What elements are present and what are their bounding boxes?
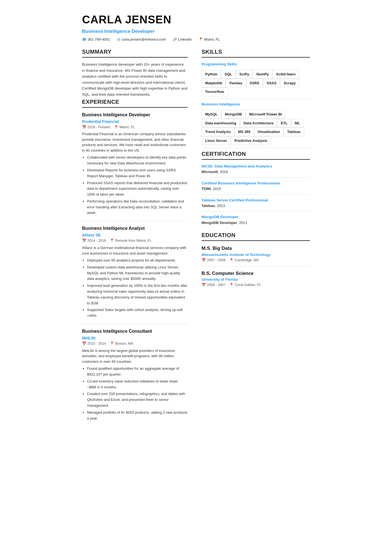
- skill-scrapy: Scrapy: [280, 79, 299, 88]
- skill-python: Python: [202, 70, 221, 79]
- phone-icon: ☎: [82, 37, 86, 42]
- skill-tensorflow: Tensorflow: [202, 87, 228, 96]
- edu-degree-1: M.S. Big Data: [202, 245, 310, 252]
- bullet-item: Co-led inventory value reduction initiat…: [87, 379, 188, 390]
- job-item: Business Intelligence Developer Prudenti…: [82, 112, 188, 221]
- bullet-item: Developed custom data warehouse utilizin…: [87, 265, 188, 282]
- job-item: Business Intelligence Consultant MetLife…: [82, 328, 188, 426]
- certification-title: CERTIFICATION: [202, 150, 310, 160]
- contact-info: ☎ 361-789-4001 @ carla.jensen@enhancv.co…: [82, 37, 310, 42]
- edu-location-1: 📍 Cambridge, MA: [229, 258, 259, 263]
- cert-item: MCSE: Data Management and Analytics Micr…: [202, 164, 310, 178]
- skill-trendanalysis: Trend Analysis: [202, 127, 234, 136]
- linkedin-icon: 🔗: [173, 37, 177, 42]
- edu-school-1: Massachusetts Institute of Technology: [202, 252, 310, 258]
- bullet-item: Produced SSAS reports that delivered fin…: [87, 180, 188, 198]
- skill-numpy: NumPy: [253, 70, 272, 79]
- skill-ssas: SSAS: [263, 79, 280, 88]
- job-bullets-1: Collaborated with senior developers to i…: [82, 155, 188, 216]
- programming-skills-label: Programming Skills: [202, 61, 310, 67]
- cert-title-1: MCSE: Data Management and Analytics: [202, 164, 310, 169]
- job-location-3: 📍 Boston, MA: [110, 341, 133, 346]
- education-section: EDUCATION M.S. Big Data Massachusetts In…: [202, 231, 310, 291]
- skills-title: SKILLS: [202, 48, 310, 58]
- candidate-title: Business Intelligence Developer: [82, 28, 310, 35]
- certification-section: CERTIFICATION MCSE: Data Management and …: [202, 150, 310, 228]
- cert-item: MongoDB Developer MongoDB Developer, 201…: [202, 214, 310, 228]
- skill-ms365: MS 365: [234, 127, 254, 136]
- edu-location-2: 📍 Coral Gables, FL: [229, 282, 261, 288]
- summary-title: SUMMARY: [82, 48, 188, 58]
- cert-meta-1: Microsoft, 2016: [202, 169, 310, 175]
- edu-period-2: 📅 2004 - 2007: [202, 282, 225, 288]
- job-meta-2: 📅 2014 - 2018 📍 Remote from Miami, FL: [82, 238, 188, 243]
- email-contact: @ carla.jensen@enhancv.com: [117, 37, 166, 42]
- location-contact: 📍 Miami, FL: [199, 37, 220, 42]
- bi-skills-label: Business Intelligence: [202, 102, 310, 107]
- edu-item: B.S. Computer Science University of Flor…: [202, 270, 310, 291]
- resume-header: CARLA JENSEN Business Intelligence Devel…: [82, 11, 310, 42]
- skill-scikit: Scikit-learn: [272, 70, 299, 79]
- skill-pandas: Pandas: [226, 79, 246, 88]
- skill-matplotlib: Matplotlib: [202, 79, 226, 88]
- bullet-item: Managed portfolio of 8+ BI/DI products, …: [87, 410, 188, 421]
- company-name-3: MetLife: [82, 335, 188, 341]
- job-desc-1: Prudential Financial is an American comp…: [82, 131, 188, 153]
- experience-section: EXPERIENCE Business Intelligence Develop…: [82, 98, 188, 426]
- bi-skills-grid: MySQL MongoDB Microsoft Power BI Data wa…: [202, 110, 310, 148]
- job-period-1: 📅 2018 - Present: [82, 125, 110, 130]
- candidate-name: CARLA JENSEN: [82, 11, 310, 28]
- linkedin-contact[interactable]: 🔗 LinkedIn: [173, 37, 192, 42]
- right-column: SKILLS Programming Skills Python SQL Sci…: [196, 48, 310, 430]
- skills-section: SKILLS Programming Skills Python SQL Sci…: [202, 48, 310, 148]
- edu-period-1: 📅 2007 - 2008: [202, 258, 225, 263]
- skill-sql: SQL: [221, 70, 236, 79]
- email-address: carla.jensen@enhancv.com: [121, 37, 166, 42]
- education-title: EDUCATION: [202, 231, 310, 241]
- linkedin-label: LinkedIn: [178, 37, 192, 42]
- skill-linuxserver: Linux Server: [202, 136, 231, 145]
- bullet-item: Supported Sales targets with cohort anal…: [87, 307, 188, 319]
- bullet-item: Found qualified opportunities for an agg…: [87, 366, 188, 378]
- cert-item: Certified Business Intelligence Professi…: [202, 181, 310, 195]
- cert-title-4: MongoDB Developer: [202, 214, 310, 220]
- summary-section: SUMMARY Business Intelligence developer …: [82, 48, 188, 98]
- bullet-item: Improved lead generation by 100% in the …: [87, 283, 188, 306]
- location-text: Miami, FL: [204, 37, 220, 42]
- left-column: SUMMARY Business Intelligence developer …: [82, 48, 196, 430]
- job-location-1: 📍 Miami, FL: [114, 125, 135, 130]
- job-meta-1: 📅 2018 - Present 📍 Miami, FL: [82, 125, 188, 130]
- bullet-item: Performing operations like Data reconcil…: [87, 199, 188, 216]
- skill-mysql: MySQL: [202, 110, 221, 119]
- skill-powerbi: Microsoft Power BI: [245, 110, 286, 119]
- skill-ml: ML: [291, 119, 304, 128]
- cert-meta-3: Tableau, 2013: [202, 203, 310, 209]
- skill-datawarehousing: Data warehousing: [202, 119, 240, 128]
- company-name-1: Prudential Financial: [82, 119, 188, 125]
- cert-title-2: Certified Business Intelligence Professi…: [202, 181, 310, 186]
- skill-dataarchitecture: Data Architecture: [240, 119, 277, 128]
- job-bullets-2: Deployed over 60 analytics projects for …: [82, 258, 188, 319]
- skill-predictive: Predictive Analysis: [231, 136, 271, 145]
- bullet-item: Developed Reports for business end users…: [87, 167, 188, 179]
- job-title-1: Business Intelligence Developer: [82, 112, 188, 118]
- job-title-3: Business Intelligence Consultant: [82, 328, 188, 335]
- job-period-3: 📅 2010 - 2014: [82, 341, 106, 346]
- company-name-2: Allianz SE: [82, 232, 188, 238]
- bullet-item: Created over 200 presentations, infograp…: [87, 391, 188, 408]
- skill-scipy: SciPy: [236, 70, 253, 79]
- edu-degree-2: B.S. Computer Science: [202, 270, 310, 277]
- job-desc-3: MetLife is among the largest global prov…: [82, 348, 188, 364]
- skill-ssrs: SSRS: [246, 79, 263, 88]
- skill-tableau: Tableau: [284, 127, 304, 136]
- bullet-item: Collaborated with senior developers to i…: [87, 155, 188, 166]
- skill-visualisation: Visualisation: [254, 127, 284, 136]
- edu-meta-2: 📅 2004 - 2007 📍 Coral Gables, FL: [202, 282, 310, 288]
- job-meta-3: 📅 2010 - 2014 📍 Boston, MA: [82, 341, 188, 346]
- email-icon: @: [117, 37, 120, 42]
- experience-title: EXPERIENCE: [82, 98, 188, 108]
- phone-number: 361-789-4001: [88, 37, 110, 42]
- cert-item: Tableau Server Certified Professional Ta…: [202, 198, 310, 212]
- job-item: Business Intelligence Analyst Allianz SE…: [82, 225, 188, 324]
- bullet-item: Deployed over 60 analytics projects for …: [87, 258, 188, 263]
